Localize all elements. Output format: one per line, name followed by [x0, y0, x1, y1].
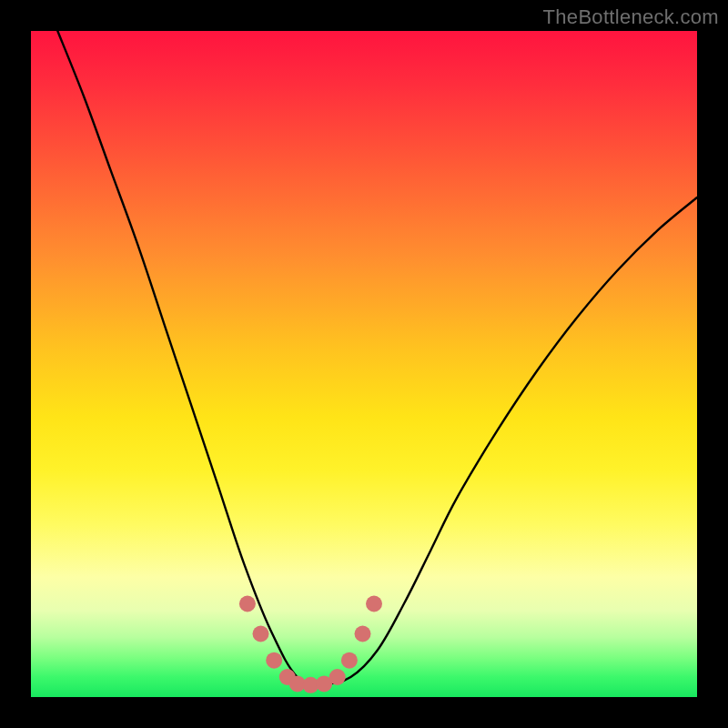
watermark-text: TheBottleneck.com	[543, 5, 719, 29]
highlight-marker	[253, 626, 269, 642]
highlight-marker	[266, 652, 282, 669]
highlight-marker	[329, 669, 346, 685]
highlight-marker	[366, 596, 382, 612]
outer-frame: TheBottleneck.com	[0, 0, 728, 728]
bottleneck-curve	[57, 31, 697, 684]
plot-area	[31, 31, 697, 697]
highlight-marker	[239, 596, 256, 612]
highlight-markers	[239, 596, 382, 693]
highlight-marker	[341, 652, 358, 669]
curve-layer	[31, 31, 697, 697]
highlight-marker	[355, 626, 371, 642]
